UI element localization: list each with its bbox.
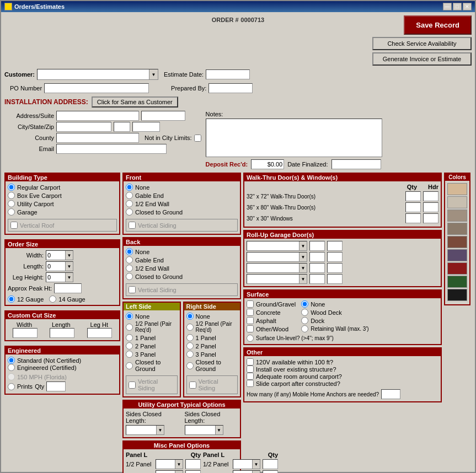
- leg-height-select[interactable]: 0 ▼: [46, 272, 73, 282]
- left-3panel[interactable]: 3 Panel: [126, 351, 178, 358]
- walkthru-hdr-2[interactable]: [423, 213, 438, 223]
- not-city-checkbox[interactable]: [194, 135, 201, 142]
- minimize-button[interactable]: —: [443, 3, 452, 10]
- estimate-date-input[interactable]: [206, 69, 250, 79]
- customer-dropdown-arrow[interactable]: ▼: [149, 69, 158, 79]
- building-type-regular[interactable]: Regular Carport: [8, 184, 117, 191]
- rollup-select-3[interactable]: ▼: [247, 274, 307, 284]
- customer-select[interactable]: ▼: [37, 69, 158, 80]
- prepared-by-input[interactable]: [208, 83, 253, 93]
- address-input[interactable]: [56, 111, 139, 121]
- notes-textarea[interactable]: [206, 119, 382, 157]
- rollup-hdr-1[interactable]: [327, 252, 343, 262]
- color-swatch-0[interactable]: [447, 183, 467, 195]
- back-half[interactable]: 1/2 End Wall: [126, 265, 238, 272]
- engineered-standard[interactable]: Standard (Not Certified): [8, 357, 117, 364]
- right-closed[interactable]: Closed to Ground: [186, 359, 238, 372]
- other-existing[interactable]: Install over existing structure?: [247, 366, 438, 373]
- check-service-button[interactable]: Check Service Availability: [372, 37, 472, 50]
- building-type-utility[interactable]: Utility Carport: [8, 200, 117, 207]
- email-input[interactable]: [56, 144, 167, 154]
- sides-left-arrow[interactable]: ▼: [156, 426, 164, 434]
- surface-wooddeck[interactable]: Wood Deck: [301, 309, 368, 316]
- surface-unlevel[interactable]: Surface Un-level? (>4''; max 9''): [247, 335, 438, 342]
- other-120v[interactable]: 120V available within 100 ft?: [247, 358, 438, 366]
- rollup-hdr-3[interactable]: [327, 274, 343, 284]
- color-swatch-8[interactable]: [447, 289, 467, 301]
- front-closed[interactable]: Closed to Ground: [126, 208, 238, 216]
- other-room[interactable]: Adequate room around carport?: [247, 373, 438, 380]
- other-slide[interactable]: Slide carport after constructed?: [247, 380, 438, 387]
- sides-closed-right-select[interactable]: ▼: [185, 425, 223, 435]
- color-swatch-4[interactable]: [447, 236, 467, 248]
- color-swatch-1[interactable]: [447, 196, 467, 208]
- right-vertical-siding-checkbox[interactable]: [189, 381, 196, 389]
- walkthru-qty-1[interactable]: [405, 202, 421, 212]
- peak-ht-input[interactable]: [54, 283, 82, 293]
- sides-right-arrow[interactable]: ▼: [215, 426, 223, 434]
- back-vertical-siding-checkbox[interactable]: [129, 286, 136, 293]
- misc-half-panel-left-select[interactable]: ▼: [156, 459, 183, 469]
- rollup-qty-3[interactable]: [309, 274, 325, 284]
- color-swatch-5[interactable]: [447, 249, 467, 261]
- right-3panel[interactable]: 3 Panel: [186, 351, 238, 358]
- width-select[interactable]: 0 ▼: [46, 250, 73, 260]
- address-input2[interactable]: [141, 111, 185, 121]
- left-closed[interactable]: Closed to Ground: [126, 359, 178, 372]
- front-half[interactable]: 1/2 End Wall: [126, 200, 238, 207]
- back-closed[interactable]: Closed to Ground: [126, 273, 238, 280]
- leg-height-arrow[interactable]: ▼: [65, 273, 73, 282]
- misc-full-panel-left-select[interactable]: ▼: [156, 470, 183, 473]
- walkthru-qty-2[interactable]: [405, 213, 421, 223]
- po-input[interactable]: [44, 83, 149, 93]
- right-1panel[interactable]: 1 Panel: [186, 334, 238, 341]
- rollup-qty-0[interactable]: [309, 241, 325, 251]
- building-type-boxeve[interactable]: Box Eve Carport: [8, 192, 117, 199]
- walkthru-qty-0[interactable]: [405, 191, 421, 201]
- vertical-roof-checkbox[interactable]: [10, 222, 18, 229]
- front-vertical-siding-checkbox[interactable]: [129, 222, 136, 229]
- deposit-input[interactable]: [251, 159, 284, 169]
- color-swatch-2[interactable]: [447, 209, 467, 222]
- front-gable[interactable]: Gable End: [126, 192, 238, 199]
- save-record-button[interactable]: Save Record: [404, 15, 472, 35]
- anchors-input[interactable]: [381, 389, 400, 399]
- back-gable[interactable]: Gable End: [126, 256, 238, 264]
- city-input[interactable]: [56, 122, 111, 132]
- width-arrow[interactable]: ▼: [65, 251, 73, 260]
- front-none[interactable]: None: [126, 184, 238, 191]
- engineered-certified[interactable]: Engineered (Certified): [8, 364, 117, 371]
- restore-button[interactable]: □: [453, 3, 462, 10]
- surface-asphalt[interactable]: Asphalt: [247, 317, 296, 324]
- back-none[interactable]: None: [126, 248, 238, 255]
- surface-concrete[interactable]: Concrete: [247, 309, 296, 316]
- walkthru-hdr-0[interactable]: [423, 191, 438, 201]
- misc-full-left-arrow[interactable]: ▼: [175, 471, 183, 473]
- surface-gravel[interactable]: Ground/Gravel: [247, 300, 296, 308]
- color-swatch-6[interactable]: [447, 262, 467, 275]
- rollup-select-0[interactable]: ▼: [247, 241, 307, 251]
- rollup-qty-2[interactable]: [309, 263, 325, 273]
- surface-retaining[interactable]: Retaining Wall (max. 3'): [301, 325, 368, 332]
- right-half[interactable]: 1/2 Panel (Pair Req'd): [186, 321, 238, 333]
- close-button[interactable]: ✕: [463, 3, 472, 10]
- county-input[interactable]: [56, 133, 139, 143]
- building-type-garage[interactable]: Garage: [8, 208, 117, 216]
- rollup-select-2[interactable]: ▼: [247, 263, 307, 273]
- walkthru-hdr-1[interactable]: [423, 202, 438, 212]
- right-none[interactable]: None: [186, 313, 238, 320]
- gauge-14-option[interactable]: 14 Gauge: [49, 295, 85, 303]
- cut-legHt-input[interactable]: [87, 328, 112, 338]
- right-2panel[interactable]: 2 Panel: [186, 342, 238, 350]
- rollup-qty-1[interactable]: [309, 252, 325, 262]
- same-customer-button[interactable]: Click for Same as Customer: [92, 96, 178, 108]
- misc-half-left-arrow[interactable]: ▼: [175, 460, 183, 469]
- sides-closed-left-select[interactable]: ▼: [126, 425, 164, 435]
- rollup-hdr-2[interactable]: [327, 263, 343, 273]
- rollup-select-1[interactable]: ▼: [247, 252, 307, 262]
- length-arrow[interactable]: ▼: [65, 262, 73, 271]
- state-input[interactable]: [114, 122, 130, 132]
- surface-dock[interactable]: Dock: [301, 317, 368, 324]
- left-none[interactable]: None: [126, 313, 178, 320]
- prints-radio[interactable]: [8, 383, 15, 390]
